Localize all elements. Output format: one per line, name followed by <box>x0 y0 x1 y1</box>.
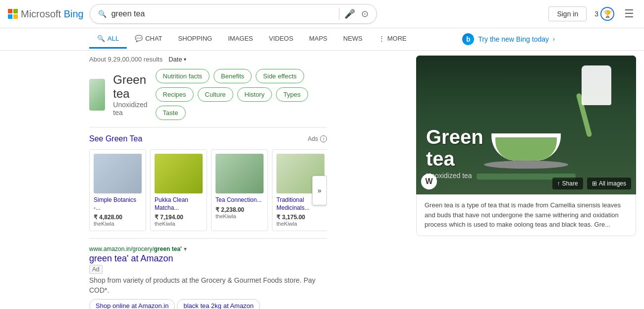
product-name-2: Pukka Clean Matcha... <box>155 196 203 212</box>
product-img-2 <box>155 154 203 193</box>
microsoft-bing-logo[interactable]: Microsoft Bing <box>8 8 84 20</box>
nav-more-label: MORE <box>387 35 407 42</box>
nav-item-more[interactable]: ⋮ MORE <box>371 30 415 49</box>
product-seller-1: theKiwla <box>94 221 142 227</box>
entity-subtitle: Unoxidized tea <box>113 101 147 117</box>
logo-sq-green <box>13 9 18 13</box>
share-button[interactable]: ↑ Share <box>552 178 583 189</box>
mic-button[interactable]: 🎤 <box>343 7 356 20</box>
hamburger-menu[interactable]: ☰ <box>622 5 636 22</box>
chevron-right-icon: › <box>553 36 555 43</box>
ads-info-icon[interactable]: i <box>320 135 327 142</box>
search-divider <box>339 8 339 20</box>
share-label: Share <box>562 180 578 187</box>
shopping-section: See Green Tea Ads i Simple Botanics -...… <box>89 134 327 231</box>
shopping-header: See Green Tea Ads i <box>89 134 327 143</box>
product-name-1: Simple Botanics -... <box>94 196 142 212</box>
products-row: Simple Botanics -... ₹ 4,828.00 theKiwla… <box>89 149 327 231</box>
rewards-badge[interactable]: 3 🏆 <box>594 7 614 21</box>
nav-images-label: IMAGES <box>228 35 253 42</box>
all-images-button[interactable]: ⊞ All images <box>587 178 631 189</box>
ms-logo-squares <box>8 9 18 19</box>
result-url: www.amazon.in/grocery/green tea' ▾ <box>89 246 327 252</box>
entity-tags: Nutrition facts Benefits Side effects Re… <box>156 69 327 120</box>
kc-title-overlay: Greentea Unoxidized tea <box>426 126 483 180</box>
product-price-1: ₹ 4,828.00 <box>94 214 142 221</box>
result-url-text: www.amazon.in/grocery/green tea' <box>89 246 182 252</box>
kc-main-title: Greentea <box>426 126 483 170</box>
nav-item-news[interactable]: NEWS <box>335 30 371 49</box>
results-count-text: About 9,29,00,000 results <box>89 56 162 63</box>
camera-button[interactable]: ⊙ <box>360 7 370 20</box>
sign-in-button[interactable]: Sign in <box>548 6 587 21</box>
knowledge-card-image: Greentea Unoxidized tea W ↑ Share ⊞ All … <box>416 56 636 194</box>
kc-description: Green tea is a type of tea that is made … <box>416 194 636 236</box>
nav-item-all[interactable]: 🔍 ALL <box>89 30 127 49</box>
tag-taste[interactable]: Taste <box>156 106 186 120</box>
tag-benefits[interactable]: Benefits <box>214 69 252 83</box>
entity-image <box>89 79 105 111</box>
nav-shopping-label: SHOPPING <box>178 35 213 42</box>
product-price-4: ₹ 3,175.00 <box>276 214 324 221</box>
rewards-circle: 🏆 <box>600 7 614 21</box>
nav-all-label: ALL <box>107 35 119 42</box>
nav-item-videos[interactable]: VIDEOS <box>261 30 301 49</box>
wikipedia-badge[interactable]: W <box>421 174 437 189</box>
dropdown-arrow-icon: ▾ <box>184 57 186 62</box>
tag-history[interactable]: History <box>237 87 272 102</box>
entity-title: Green tea <box>113 73 147 101</box>
kc-actions: ↑ Share ⊞ All images <box>552 178 631 189</box>
tag-nutrition-facts[interactable]: Nutrition facts <box>156 69 210 83</box>
tag-recipes[interactable]: Recipes <box>156 87 194 102</box>
ads-text: Ads <box>308 135 318 142</box>
mic-icon: 🎤 <box>344 9 355 19</box>
right-panel: Greentea Unoxidized tea W ↑ Share ⊞ All … <box>416 51 644 309</box>
amazon-sub-links: Shop online at Amazon.in black tea 2kg a… <box>89 299 327 309</box>
entity-img-placeholder <box>89 79 105 111</box>
product-price-2: ₹ 7,194.00 <box>155 214 203 221</box>
product-card-1[interactable]: Simple Botanics -... ₹ 4,828.00 theKiwla <box>89 149 146 231</box>
result-domain-highlight: green tea' <box>154 246 182 252</box>
results-area: About 9,29,00,000 results Date ▾ Green t… <box>0 51 644 309</box>
logo-sq-red <box>8 9 12 13</box>
amazon-result: www.amazon.in/grocery/green tea' ▾ green… <box>89 246 327 309</box>
product-seller-2: theKiwla <box>155 221 203 227</box>
products-scroll-button[interactable]: » <box>312 176 327 205</box>
nav-item-shopping[interactable]: SHOPPING <box>170 30 220 49</box>
date-filter[interactable]: Date ▾ <box>168 56 186 63</box>
nav-videos-label: VIDEOS <box>269 35 293 42</box>
product-card-3[interactable]: Tea Connection... ₹ 2,238.00 theKiwla <box>211 149 268 231</box>
search-bar: 🔍 🎤 ⊙ <box>90 4 377 24</box>
new-bing-text: Try the new Bing today <box>478 35 549 43</box>
logo-text: Microsoft Bing <box>21 8 84 20</box>
sub-link-black-tea[interactable]: black tea 2kg at Amazon <box>177 299 260 309</box>
shopping-title[interactable]: See Green Tea <box>89 134 142 143</box>
ad-label: Ad <box>89 265 103 274</box>
tag-culture[interactable]: Culture <box>198 87 233 102</box>
tag-types[interactable]: Types <box>276 87 308 102</box>
nav-bar: 🔍 ALL 💬 CHAT SHOPPING IMAGES VIDEOS MAPS… <box>0 28 644 51</box>
ads-label: Ads i <box>308 135 327 142</box>
product-card-2[interactable]: Pukka Clean Matcha... ₹ 7,194.00 theKiwl… <box>150 149 207 231</box>
nav-item-chat[interactable]: 💬 CHAT <box>127 30 170 49</box>
product-name-3: Tea Connection... <box>215 196 264 204</box>
nav-item-images[interactable]: IMAGES <box>220 30 261 49</box>
entity-card: Green tea Unoxidized tea Nutrition facts… <box>89 69 327 120</box>
new-bing-banner[interactable]: b Try the new Bing today › <box>462 28 555 50</box>
tag-side-effects[interactable]: Side effects <box>256 69 304 83</box>
logo-sq-yellow <box>13 14 18 19</box>
search-icon[interactable]: 🔍 <box>97 9 107 19</box>
nav-item-maps[interactable]: MAPS <box>301 30 335 49</box>
more-icon: ⋮ <box>378 35 385 42</box>
result-dropdown-icon[interactable]: ▾ <box>184 246 187 252</box>
camera-icon: ⊙ <box>361 9 369 19</box>
header: Microsoft Bing 🔍 🎤 ⊙ Sign in 3 🏆 ☰ <box>0 0 644 28</box>
search-input[interactable] <box>111 9 335 18</box>
rewards-count: 3 <box>594 10 598 18</box>
product-img-1 <box>94 154 142 193</box>
amazon-result-title[interactable]: green tea' at Amazon <box>89 253 327 264</box>
sub-link-shop-online[interactable]: Shop online at Amazon.in <box>89 299 175 309</box>
product-img-3 <box>215 154 264 193</box>
images-icon: ⊞ <box>592 180 597 187</box>
chevron-right-icon: » <box>318 186 322 194</box>
